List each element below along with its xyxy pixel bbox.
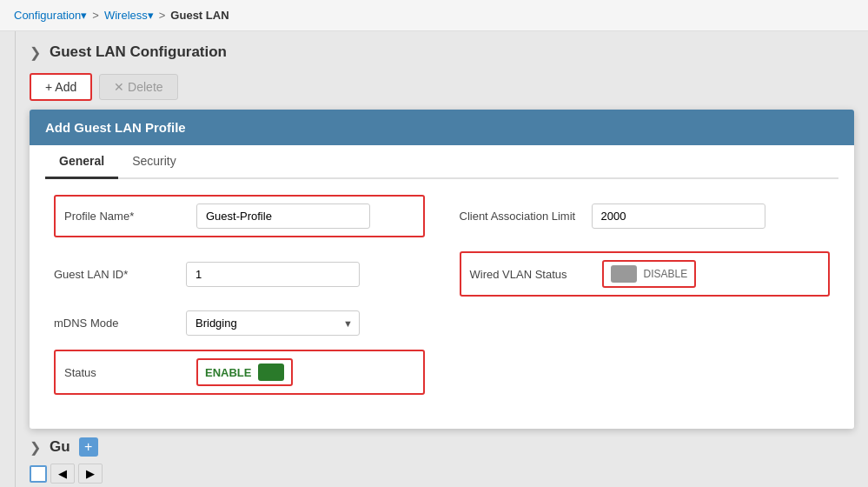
next-page-button[interactable]: ▶ bbox=[78, 464, 103, 484]
breadcrumb-current: Guest LAN bbox=[170, 9, 229, 22]
guest-lan-id-row: Guest LAN ID* bbox=[54, 251, 425, 297]
tab-general[interactable]: General bbox=[45, 145, 118, 179]
wired-vlan-status-text: DISABLE bbox=[644, 268, 688, 280]
mdns-mode-row: mDNS Mode Bridging Filtering Disabled ▼ bbox=[54, 310, 425, 336]
bottom-section: ❯ Gu + bbox=[16, 429, 868, 460]
wired-vlan-label: Wired VLAN Status bbox=[470, 268, 592, 281]
main-content: ❯ Guest LAN Configuration + Add ✕ Delete… bbox=[16, 31, 868, 487]
wired-vlan-toggle-wrap: DISABLE bbox=[602, 260, 697, 288]
page-title: Guest LAN Configuration bbox=[50, 43, 227, 61]
guest-lan-id-label: Guest LAN ID* bbox=[54, 268, 176, 281]
status-row: Status ENABLE bbox=[54, 350, 425, 395]
wired-vlan-row: Wired VLAN Status DISABLE bbox=[460, 251, 831, 297]
bottom-add-button[interactable]: + bbox=[79, 437, 98, 457]
client-assoc-limit-label: Client Association Limit bbox=[460, 210, 581, 223]
add-button[interactable]: + Add bbox=[30, 73, 92, 101]
status-value-text: ENABLE bbox=[205, 366, 251, 379]
delete-button[interactable]: ✕ Delete bbox=[99, 74, 177, 100]
profile-name-row: Profile Name* bbox=[54, 195, 425, 237]
guest-lan-id-input[interactable] bbox=[186, 262, 360, 287]
breadcrumb-wireless[interactable]: Wireless▾ bbox=[104, 9, 154, 22]
tab-security[interactable]: Security bbox=[118, 145, 190, 179]
client-assoc-limit-row: Client Association Limit bbox=[460, 195, 831, 237]
prev-page-button[interactable]: ◀ bbox=[50, 464, 75, 484]
modal-tabs: General Security bbox=[45, 145, 838, 179]
form-grid: Profile Name* Client Association Limit G… bbox=[45, 195, 838, 395]
profile-name-label: Profile Name* bbox=[64, 210, 186, 223]
modal-title: Add Guest LAN Profile bbox=[45, 120, 186, 135]
add-guest-lan-modal: Add Guest LAN Profile General Security P… bbox=[30, 110, 854, 429]
sidebar bbox=[0, 31, 16, 487]
breadcrumb-sep-1: > bbox=[92, 9, 99, 22]
mdns-mode-select[interactable]: Bridging Filtering Disabled bbox=[186, 310, 360, 336]
section-header: ❯ Guest LAN Configuration bbox=[16, 31, 868, 70]
breadcrumb-configuration[interactable]: Configuration▾ bbox=[14, 9, 87, 22]
modal-header: Add Guest LAN Profile bbox=[30, 110, 854, 145]
empty-right-col bbox=[460, 310, 831, 336]
breadcrumb: Configuration▾ > Wireless▾ > Guest LAN bbox=[0, 0, 868, 31]
mdns-mode-label: mDNS Mode bbox=[54, 317, 176, 330]
status-toggle[interactable] bbox=[258, 364, 284, 381]
row-checkbox[interactable] bbox=[30, 465, 47, 483]
status-toggle-wrap: ENABLE bbox=[196, 358, 293, 386]
pagination-area: ◀ ▶ bbox=[16, 460, 868, 487]
toolbar: + Add ✕ Delete bbox=[16, 70, 868, 110]
modal-body: General Security Profile Name* Client As… bbox=[30, 145, 854, 410]
profile-name-input[interactable] bbox=[196, 203, 370, 229]
client-assoc-limit-input[interactable] bbox=[592, 203, 765, 229]
bottom-add-icon: + bbox=[84, 440, 92, 454]
status-label: Status bbox=[64, 366, 186, 379]
wired-vlan-toggle[interactable] bbox=[611, 265, 637, 283]
section-chevron-icon[interactable]: ❯ bbox=[30, 44, 41, 61]
bottom-section-title: Gu bbox=[50, 438, 70, 456]
breadcrumb-sep-2: > bbox=[159, 9, 166, 22]
bottom-chevron-icon[interactable]: ❯ bbox=[30, 439, 41, 456]
mdns-mode-select-wrapper: Bridging Filtering Disabled ▼ bbox=[186, 310, 360, 336]
